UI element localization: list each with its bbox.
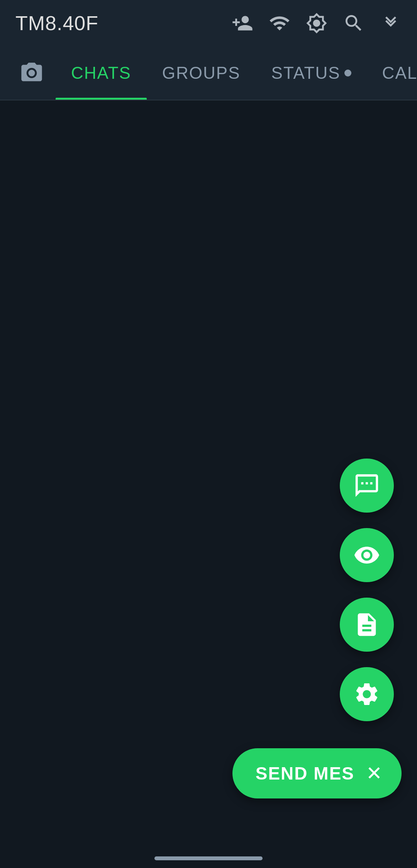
wifi-icon: [269, 12, 290, 34]
camera-icon[interactable]: [8, 61, 56, 85]
main-content: SEND MES ✕: [0, 100, 417, 837]
status-bar: TM8.40F: [0, 0, 417, 46]
nav-bar: CHATS GROUPS STATUS CALLS: [0, 46, 417, 100]
status-bar-title: TM8.40F: [15, 12, 98, 35]
document-fab-button[interactable]: [340, 598, 394, 652]
tab-groups[interactable]: GROUPS: [147, 46, 256, 100]
send-message-button[interactable]: SEND MES ✕: [232, 748, 402, 798]
brightness-icon: [306, 12, 327, 34]
chat-fab-button[interactable]: [340, 459, 394, 513]
close-icon[interactable]: ✕: [366, 762, 382, 785]
eye-fab-button[interactable]: [340, 528, 394, 582]
send-message-label: SEND MES: [256, 763, 354, 784]
tab-chats[interactable]: CHATS: [56, 46, 147, 100]
add-contact-icon[interactable]: [232, 12, 253, 34]
bottom-nav-indicator: [154, 856, 263, 860]
tab-status[interactable]: STATUS: [256, 46, 367, 100]
nav-tabs: CHATS GROUPS STATUS CALLS: [56, 46, 417, 100]
settings-fab-button[interactable]: [340, 667, 394, 721]
tab-calls[interactable]: CALLS: [367, 46, 417, 100]
search-icon[interactable]: [343, 12, 364, 34]
fab-container: [340, 459, 394, 721]
status-bar-left: TM8.40F: [15, 12, 98, 35]
overflow-icon[interactable]: [380, 12, 402, 34]
status-notification-dot: [344, 70, 351, 76]
status-bar-icons: [232, 12, 402, 34]
